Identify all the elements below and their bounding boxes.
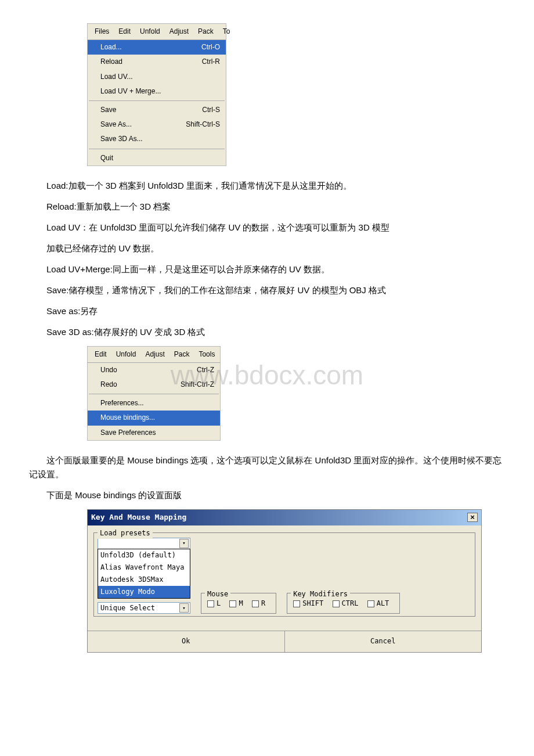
preset-option[interactable]: Alias Wavefront Maya bbox=[98, 561, 190, 574]
dialog-titlebar: Key And Mouse Mapping × bbox=[88, 510, 481, 525]
load-presets-label: Load presets bbox=[98, 528, 153, 539]
para-reload: Reload:重新加载上一个 3D 档案 bbox=[29, 200, 505, 214]
menu-separator bbox=[89, 394, 219, 394]
para-loaduvmerge: Load UV+Merge:同上面一样，只是这里还可以合并原来储存的 UV 数据… bbox=[29, 262, 505, 276]
menu-separator bbox=[89, 100, 225, 101]
ok-button[interactable]: Ok bbox=[88, 631, 285, 651]
menubar-item[interactable]: Tools bbox=[194, 348, 219, 361]
alt-checkbox[interactable]: ALT bbox=[367, 598, 389, 609]
mouse-mapping-dialog: Key And Mouse Mapping × Load presets ▾ U… bbox=[87, 509, 482, 653]
files-menu-panel: FilesEditUnfoldAdjustPackTo Load...Ctrl-… bbox=[87, 23, 226, 166]
key-modifiers-group: Key Modifiers SHIFT CTRL ALT bbox=[287, 593, 400, 614]
para-loaduv: Load UV：在 Unfold3D 里面可以允许我们储存 UV 的数据，这个选… bbox=[29, 221, 505, 235]
menubar-item[interactable]: Unfold bbox=[135, 25, 165, 38]
load-presets-fieldset: Load presets ▾ Unfold3D (default)Alias W… bbox=[93, 532, 475, 617]
edit-menu-bar: EditUnfoldAdjustPackTools bbox=[88, 347, 220, 363]
menubar-item[interactable]: Adjust bbox=[140, 348, 169, 361]
preset-option[interactable]: Autodesk 3DSMax bbox=[98, 574, 190, 586]
menubar-item[interactable]: Adjust bbox=[165, 25, 193, 38]
mouse-group: Mouse L M R bbox=[201, 593, 276, 614]
menu-item[interactable]: Load UV... bbox=[88, 70, 226, 84]
preset-dropdown-list[interactable]: Unfold3D (default)Alias Wavefront MayaAu… bbox=[98, 549, 190, 599]
cancel-button[interactable]: Cancel bbox=[285, 631, 482, 651]
close-icon[interactable]: × bbox=[467, 513, 478, 522]
menu-item[interactable]: ReloadCtrl-R bbox=[88, 55, 226, 69]
menubar-item[interactable]: Edit bbox=[114, 25, 135, 38]
para-save: Save:储存模型，通常情况下，我们的工作在这部结束，储存展好 UV 的模型为 … bbox=[29, 283, 505, 297]
mouse-r-checkbox[interactable]: R bbox=[252, 598, 265, 609]
para-loaduv-b: 加载已经储存过的 UV 数据。 bbox=[29, 242, 505, 255]
mouse-group-label: Mouse bbox=[205, 589, 230, 600]
menu-item[interactable]: SaveCtrl-S bbox=[88, 103, 226, 117]
menu-item[interactable]: RedoShift-Ctrl-Z bbox=[88, 377, 220, 392]
menu-separator bbox=[89, 149, 225, 149]
menu-item[interactable]: Mouse bindings... bbox=[88, 411, 220, 425]
menu-item[interactable]: UndoCtrl-Z bbox=[88, 363, 220, 377]
key-modifiers-label: Key Modifiers bbox=[291, 589, 350, 600]
menu-item[interactable]: Quit bbox=[88, 151, 226, 165]
dialog-title-text: Key And Mouse Mapping bbox=[91, 512, 186, 524]
menu-item[interactable]: Load...Ctrl-O bbox=[88, 40, 226, 55]
menubar-item[interactable]: Pack bbox=[169, 348, 194, 361]
chevron-down-icon[interactable]: ▾ bbox=[179, 603, 189, 613]
preset-option[interactable]: Unfold3D (default) bbox=[98, 549, 190, 561]
chevron-down-icon[interactable]: ▾ bbox=[179, 539, 189, 548]
menu-item[interactable]: Save 3D As... bbox=[88, 132, 226, 146]
preset-option[interactable]: Luxology Modo bbox=[98, 586, 190, 598]
para-saveas: Save as:另存 bbox=[29, 304, 505, 318]
menubar-item[interactable]: Edit bbox=[90, 348, 111, 361]
menu-item[interactable]: Preferences... bbox=[88, 396, 220, 411]
menubar-item[interactable]: To bbox=[218, 25, 235, 38]
unique-select-value: Unique Select bbox=[100, 603, 155, 614]
preset-combo[interactable]: ▾ bbox=[98, 538, 190, 549]
menu-item[interactable]: Save Preferences bbox=[88, 426, 220, 440]
files-menu-bar: FilesEditUnfoldAdjustPackTo bbox=[88, 24, 226, 40]
unique-select-combo[interactable]: Unique Select ▾ bbox=[98, 602, 190, 614]
mouse-m-checkbox[interactable]: M bbox=[229, 598, 243, 609]
para-save3das: Save 3D as:储存展好的 UV 变成 3D 格式 bbox=[29, 325, 505, 339]
para-load: Load:加载一个 3D 档案到 Unfold3D 里面来，我们通常情况下是从这… bbox=[29, 179, 505, 193]
menubar-item[interactable]: Files bbox=[90, 25, 114, 38]
menu-item[interactable]: Save As...Shift-Ctrl-S bbox=[88, 117, 226, 132]
menubar-item[interactable]: Pack bbox=[193, 25, 218, 38]
para-mousebindings-panel: 下面是 Mouse bindings 的设置面版 bbox=[29, 488, 505, 502]
para-mousebindings: 这个面版最重要的是 Mouse bindings 选项，这个选项可以定义鼠标在 … bbox=[29, 453, 505, 481]
menu-item[interactable]: Load UV + Merge... bbox=[88, 84, 226, 99]
edit-menu-panel: EditUnfoldAdjustPackTools UndoCtrl-ZRedo… bbox=[87, 346, 221, 441]
menubar-item[interactable]: Unfold bbox=[111, 348, 141, 361]
